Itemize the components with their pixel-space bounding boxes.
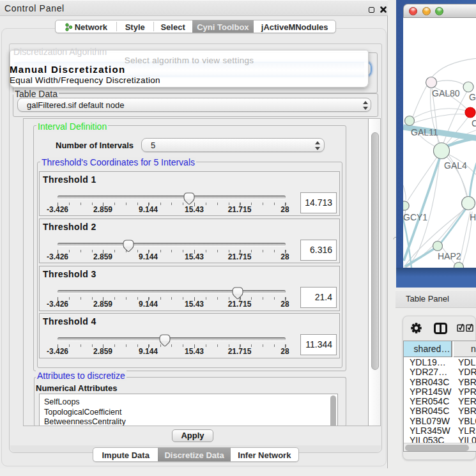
svg-text:GAL80: GAL80	[432, 88, 460, 98]
svg-text:HAP2: HAP2	[438, 251, 461, 261]
svg-text:C: C	[472, 118, 476, 128]
svg-text:GAL1: GAL1	[469, 92, 476, 102]
svg-text:GAL4: GAL4	[444, 160, 467, 171]
svg-text:HI: HI	[470, 212, 476, 222]
svg-text:GAL11: GAL11	[411, 127, 438, 137]
svg-text:GCY1: GCY1	[403, 212, 427, 222]
